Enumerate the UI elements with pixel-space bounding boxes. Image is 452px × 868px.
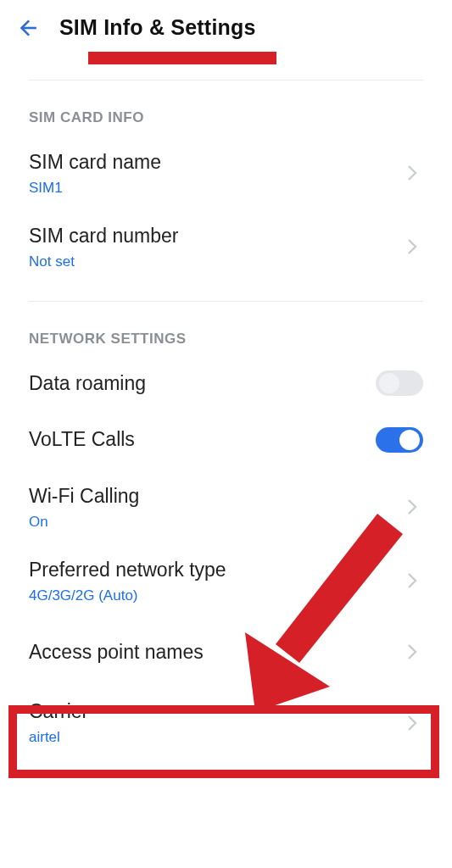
- row-title: SIM card name: [29, 150, 418, 175]
- row-sim-card-name[interactable]: SIM card name SIM1: [0, 136, 452, 210]
- row-title: SIM card number: [29, 224, 418, 248]
- row-subtitle: airtel: [29, 729, 418, 746]
- toggle-knob: [399, 430, 420, 450]
- section-header-sim-info: SIM CARD INFO: [0, 81, 452, 136]
- row-subtitle: SIM1: [29, 180, 418, 197]
- page-title: SIM Info & Settings: [59, 15, 256, 40]
- row-carrier[interactable]: Carrier airtel: [0, 686, 452, 760]
- back-icon[interactable]: [15, 16, 39, 40]
- row-title: Preferred network type: [29, 558, 418, 582]
- toggle-data-roaming[interactable]: [376, 370, 423, 396]
- row-access-point-names[interactable]: Access point names: [0, 618, 452, 687]
- row-volte-calls[interactable]: VoLTE Calls: [0, 409, 452, 470]
- row-title: Wi-Fi Calling: [29, 484, 418, 509]
- redaction-bar: [88, 52, 276, 64]
- row-preferred-network-type[interactable]: Preferred network type 4G/3G/2G (Auto): [0, 544, 452, 618]
- row-sim-card-number[interactable]: SIM card number Not set: [0, 210, 452, 284]
- row-title: Access point names: [29, 640, 418, 665]
- row-subtitle: Not set: [29, 253, 418, 270]
- app-header: SIM Info & Settings: [0, 0, 452, 52]
- row-subtitle: 4G/3G/2G (Auto): [29, 587, 418, 604]
- row-title: VoLTE Calls: [29, 427, 418, 452]
- row-subtitle: On: [29, 514, 418, 531]
- row-data-roaming[interactable]: Data roaming: [0, 358, 452, 409]
- row-title: Carrier: [29, 699, 418, 724]
- row-wifi-calling[interactable]: Wi-Fi Calling On: [0, 470, 452, 544]
- row-title: Data roaming: [29, 371, 418, 396]
- toggle-volte-calls[interactable]: [376, 427, 423, 453]
- section-header-network-settings: NETWORK SETTINGS: [0, 302, 452, 358]
- toggle-knob: [379, 373, 399, 393]
